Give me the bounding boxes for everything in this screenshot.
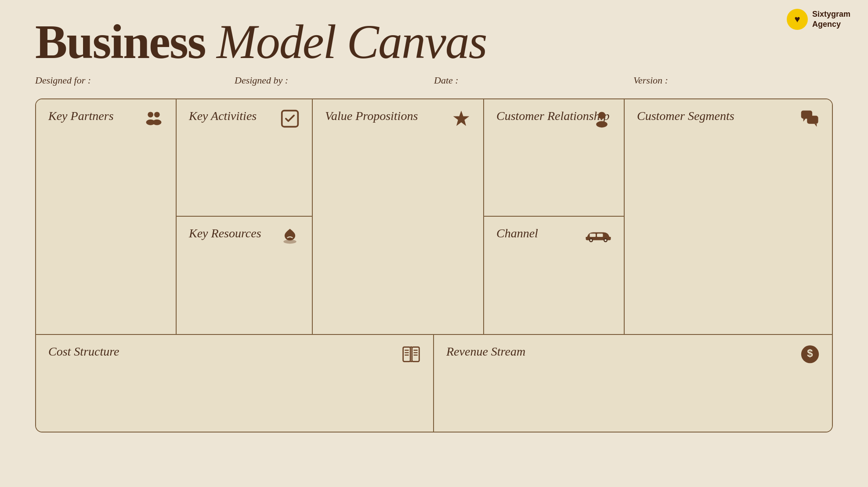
key-activities-cell: Key Activities (177, 99, 312, 217)
value-icon (452, 109, 471, 132)
channel-svg-icon (585, 226, 611, 242)
value-svg-icon (452, 109, 471, 128)
key-resources-cell: Key Resources (177, 217, 312, 334)
version: Version : (633, 75, 833, 86)
svg-marker-6 (453, 111, 470, 126)
svg-point-8 (596, 121, 608, 128)
svg-point-7 (598, 112, 606, 119)
logo-text: Sixtygram Agency (812, 9, 850, 30)
cr-channel-stack: Customer Relationship Channel (484, 99, 625, 334)
cost-svg-icon (401, 345, 421, 364)
revenue-stream-cell: Revenue Stream $ (434, 335, 832, 432)
segments-svg-icon (800, 109, 820, 128)
svg-point-2 (154, 112, 160, 117)
segments-icon (800, 109, 820, 132)
svg-marker-16 (803, 119, 806, 122)
svg-point-3 (152, 120, 161, 125)
svg-rect-20 (412, 347, 420, 362)
resources-icon (280, 226, 300, 250)
revenue-icon: $ (800, 345, 820, 368)
canvas-main-area: Key Partners Key Activities (36, 99, 832, 335)
relationship-svg-icon (592, 109, 611, 128)
value-propositions-cell: Value Propositions (313, 99, 484, 334)
title-part1: Business (35, 15, 217, 69)
key-partners-cell: Key Partners (36, 99, 177, 334)
channel-cell: Channel (484, 217, 624, 334)
svg-point-12 (590, 239, 592, 241)
activities-icon (280, 109, 300, 132)
bottom-row: Cost Structure (36, 335, 832, 432)
svg-rect-19 (403, 347, 411, 362)
cost-icon (401, 345, 421, 368)
customer-segments-label: Customer Segments (637, 109, 820, 123)
svg-point-14 (604, 239, 607, 241)
designed-by: Designed by : (235, 75, 434, 86)
resources-svg-icon (280, 226, 300, 246)
logo-icon: ♥ (787, 9, 808, 30)
canvas: Key Partners Key Activities (35, 98, 833, 432)
designed-for: Designed for : (35, 75, 235, 86)
relationship-icon (592, 109, 611, 132)
channel-icon (585, 226, 611, 246)
partners-icon (144, 109, 163, 132)
svg-text:$: $ (807, 347, 813, 359)
page-title: Business Model Canvas (35, 18, 833, 66)
meta-row: Designed for : Designed by : Date : Vers… (35, 75, 833, 86)
title-part2: Model Canvas (217, 15, 487, 69)
svg-marker-18 (814, 124, 817, 127)
date: Date : (434, 75, 633, 86)
value-propositions-label: Value Propositions (325, 109, 471, 123)
revenue-stream-label: Revenue Stream (446, 345, 820, 359)
svg-rect-10 (597, 234, 603, 237)
activities-svg-icon (280, 109, 300, 128)
activities-resources-stack: Key Activities Key Resources (177, 99, 313, 334)
svg-rect-17 (807, 116, 818, 124)
svg-point-0 (148, 112, 153, 117)
cost-structure-cell: Cost Structure (36, 335, 434, 432)
revenue-svg-icon: $ (800, 345, 820, 364)
page: ♥ Sixtygram Agency Business Model Canvas… (0, 0, 868, 487)
logo: ♥ Sixtygram Agency (787, 9, 850, 30)
partners-svg-icon (144, 109, 163, 128)
svg-rect-9 (590, 234, 596, 237)
customer-segments-cell: Customer Segments (625, 99, 832, 334)
cost-structure-label: Cost Structure (48, 345, 421, 359)
customer-relationship-cell: Customer Relationship (484, 99, 624, 217)
